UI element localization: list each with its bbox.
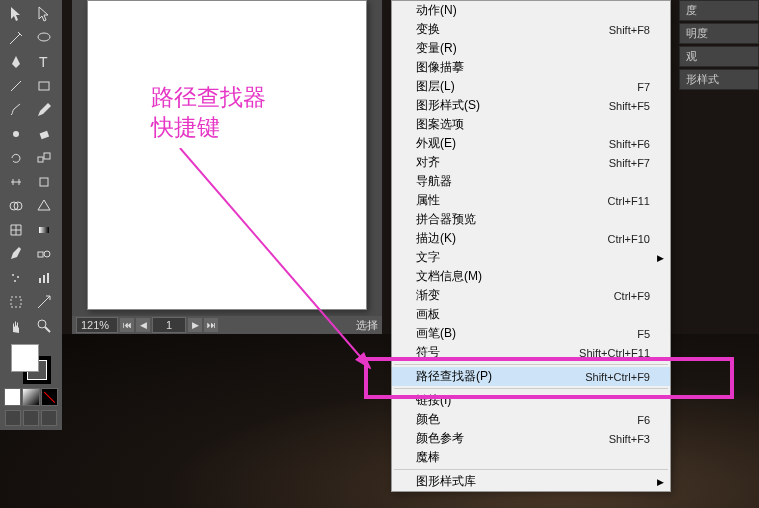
zoom-level[interactable]: 121%: [76, 317, 118, 333]
menu-item[interactable]: 画板: [392, 305, 670, 324]
tool-artboard[interactable]: [2, 290, 30, 314]
tool-line[interactable]: [2, 74, 30, 98]
menu-item[interactable]: 导航器: [392, 172, 670, 191]
screen-mode-1[interactable]: [5, 410, 21, 426]
tool-direct-select[interactable]: [30, 2, 58, 26]
menu-item[interactable]: 属性Ctrl+F11: [392, 191, 670, 210]
menu-item-label: 符号: [416, 344, 440, 361]
menu-item-label: 图案选项: [416, 116, 464, 133]
svg-point-4: [13, 131, 19, 137]
menu-item-label: 魔棒: [416, 449, 440, 466]
menu-item[interactable]: 对齐Shift+F7: [392, 153, 670, 172]
panel-tab-1[interactable]: 度: [679, 0, 759, 21]
menu-item[interactable]: 拼合器预览: [392, 210, 670, 229]
panel-tab-4[interactable]: 形样式: [679, 69, 759, 90]
menu-separator: [394, 364, 668, 365]
menu-item[interactable]: 魔棒: [392, 448, 670, 467]
tool-magic-wand[interactable]: [2, 26, 30, 50]
tool-shape-builder[interactable]: [2, 194, 30, 218]
tool-gradient[interactable]: [30, 218, 58, 242]
menu-item-label: 对齐: [416, 154, 440, 171]
menu-item[interactable]: 符号Shift+Ctrl+F11: [392, 343, 670, 362]
menu-item-shortcut: Ctrl+F10: [608, 233, 651, 245]
menu-item[interactable]: 渐变Ctrl+F9: [392, 286, 670, 305]
svg-rect-19: [47, 273, 49, 283]
nav-next[interactable]: ▶: [188, 318, 202, 332]
menu-item-shortcut: Shift+F8: [609, 24, 650, 36]
tool-pencil[interactable]: [30, 98, 58, 122]
menu-item[interactable]: 图形样式(S)Shift+F5: [392, 96, 670, 115]
menu-item-label: 外观(E): [416, 135, 456, 152]
menu-item[interactable]: 变换Shift+F8: [392, 20, 670, 39]
menu-item[interactable]: 变量(R): [392, 39, 670, 58]
menu-item-shortcut: Shift+F5: [609, 100, 650, 112]
color-mode-solid[interactable]: [4, 388, 21, 406]
svg-rect-8: [40, 178, 48, 186]
tool-type[interactable]: T: [30, 50, 58, 74]
tool-mesh[interactable]: [2, 218, 30, 242]
tool-slice[interactable]: [30, 290, 58, 314]
menu-item[interactable]: 颜色F6: [392, 410, 670, 429]
menu-item[interactable]: 图形样式库▶: [392, 472, 670, 491]
svg-rect-18: [43, 275, 45, 283]
svg-line-22: [45, 327, 50, 332]
tool-scale[interactable]: [30, 146, 58, 170]
menu-item[interactable]: 图像描摹: [392, 58, 670, 77]
tool-graph[interactable]: [30, 266, 58, 290]
panel-tab-3[interactable]: 观: [679, 46, 759, 67]
tool-blend[interactable]: [30, 242, 58, 266]
menu-item-label: 变换: [416, 21, 440, 38]
tool-width[interactable]: [2, 170, 30, 194]
tool-hand[interactable]: [2, 314, 30, 338]
nav-prev[interactable]: ◀: [136, 318, 150, 332]
tool-brush[interactable]: [2, 98, 30, 122]
menu-item[interactable]: 描边(K)Ctrl+F10: [392, 229, 670, 248]
tool-blob[interactable]: [2, 122, 30, 146]
menu-item[interactable]: 链接(I): [392, 391, 670, 410]
panel-tab-2[interactable]: 明度: [679, 23, 759, 44]
tool-selection[interactable]: [2, 2, 30, 26]
tool-rect[interactable]: [30, 74, 58, 98]
submenu-arrow-icon: ▶: [657, 477, 664, 487]
menu-item-label: 画板: [416, 306, 440, 323]
color-mode-gradient[interactable]: [22, 388, 39, 406]
nav-last[interactable]: ⏭: [204, 318, 218, 332]
svg-point-13: [44, 251, 50, 257]
svg-point-14: [12, 274, 14, 276]
menu-item-label: 文档信息(M): [416, 268, 482, 285]
tool-eyedropper[interactable]: [2, 242, 30, 266]
menu-item[interactable]: 文字▶: [392, 248, 670, 267]
tool-perspective[interactable]: [30, 194, 58, 218]
color-mode-none[interactable]: [41, 388, 58, 406]
artboard[interactable]: [87, 0, 367, 310]
menu-item[interactable]: 动作(N): [392, 1, 670, 20]
svg-point-21: [38, 320, 46, 328]
tool-eraser[interactable]: [30, 122, 58, 146]
nav-first[interactable]: ⏮: [120, 318, 134, 332]
tool-lasso[interactable]: [30, 26, 58, 50]
tool-pen[interactable]: [2, 50, 30, 74]
menu-item-label: 图像描摹: [416, 59, 464, 76]
status-bar: 121% ⏮ ◀ 1 ▶ ⏭ 选择: [72, 316, 382, 334]
tool-rotate[interactable]: [2, 146, 30, 170]
select-label: 选择: [356, 318, 378, 333]
menu-item[interactable]: 颜色参考Shift+F3: [392, 429, 670, 448]
page-number[interactable]: 1: [152, 317, 186, 333]
tool-symbol-sprayer[interactable]: [2, 266, 30, 290]
screen-mode-2[interactable]: [23, 410, 39, 426]
menu-item-label: 动作(N): [416, 2, 457, 19]
svg-rect-7: [44, 153, 50, 159]
menu-item-shortcut: F7: [637, 81, 650, 93]
menu-item[interactable]: 文档信息(M): [392, 267, 670, 286]
menu-item-label: 拼合器预览: [416, 211, 476, 228]
tool-zoom[interactable]: [30, 314, 58, 338]
screen-mode-3[interactable]: [41, 410, 57, 426]
menu-item[interactable]: 外观(E)Shift+F6: [392, 134, 670, 153]
menu-item-shortcut: Ctrl+F9: [614, 290, 650, 302]
menu-item[interactable]: 图层(L)F7: [392, 77, 670, 96]
menu-item[interactable]: 图案选项: [392, 115, 670, 134]
menu-item[interactable]: 画笔(B)F5: [392, 324, 670, 343]
tool-free-transform[interactable]: [30, 170, 58, 194]
fill-color[interactable]: [11, 344, 39, 372]
menu-item[interactable]: 路径查找器(P)Shift+Ctrl+F9: [392, 367, 670, 386]
